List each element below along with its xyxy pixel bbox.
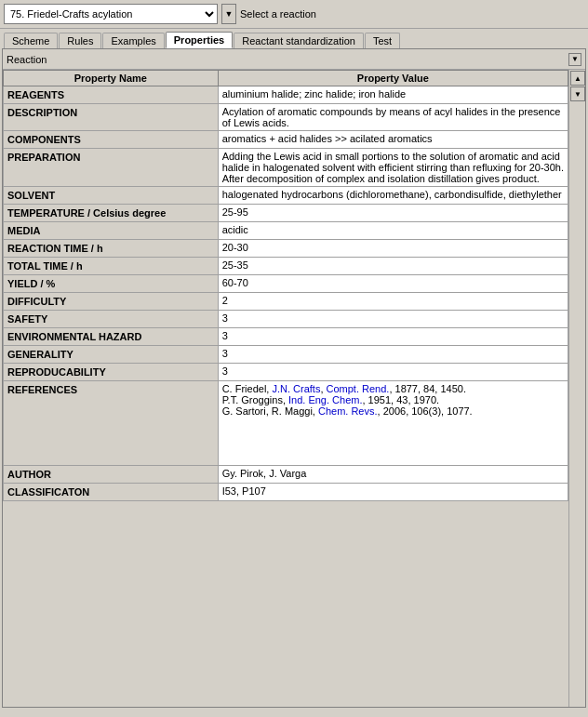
property-value: Adding the Lewis acid in small portions … — [218, 149, 568, 187]
property-value-text: 3 — [219, 346, 568, 363]
reaction-subheader-label: Reaction — [7, 54, 47, 65]
table-row: AUTHORGy. Pirok, J. Varga — [4, 466, 568, 484]
property-name: YIELD / % — [4, 275, 219, 293]
top-bar: 75. Friedel-Crafts acylation ▼ Select a … — [0, 0, 588, 29]
property-value-text: halogenated hydrocarbons (dichloromethan… — [219, 187, 568, 204]
nav-dropdown-btn[interactable]: ▼ — [221, 4, 236, 24]
subheader-dropdown-btn[interactable]: ▼ — [568, 53, 581, 66]
table-row: REFERENCESC. Friedel, J.N. Crafts, Compt… — [4, 381, 568, 466]
property-value: I53, P107 — [218, 484, 568, 501]
property-value: 60-70 — [218, 275, 568, 293]
property-name: GENERALITY — [4, 346, 219, 364]
content-area: Reaction ▼ Property Name Property Value … — [2, 48, 586, 708]
table-row: COMPONENTSaromatics + acid halides >> ac… — [4, 131, 568, 149]
tab-scheme[interactable]: Scheme — [4, 33, 58, 48]
property-value: 3 — [218, 311, 568, 328]
property-name: SAFETY — [4, 311, 219, 328]
property-name: REACTION TIME / h — [4, 240, 219, 258]
property-value-text: aluminium halide; zinc halide; iron hali… — [219, 86, 568, 103]
property-name: COMPONENTS — [4, 131, 219, 149]
tab-examples[interactable]: Examples — [102, 33, 164, 48]
scroll-down-btn[interactable]: ▼ — [570, 86, 585, 101]
property-name: DIFFICULTY — [4, 293, 219, 311]
reaction-select[interactable]: 75. Friedel-Crafts acylation — [4, 4, 218, 24]
table-row: TEMPERATURE / Celsius degree25-95 — [4, 205, 568, 222]
property-value-text: 3 — [219, 328, 568, 345]
property-value-text: 20-30 — [219, 240, 568, 257]
property-value: 25-95 — [218, 205, 568, 222]
table-row: PREPARATIONAdding the Lewis acid in smal… — [4, 149, 568, 187]
property-value: halogenated hydrocarbons (dichloromethan… — [218, 187, 568, 205]
property-name: REFERENCES — [4, 381, 219, 466]
table-row: DIFFICULTY2 — [4, 293, 568, 311]
property-value-text: 3 — [219, 364, 568, 380]
tab-reactant-standardization[interactable]: Reactant standardization — [234, 33, 364, 48]
property-name: TOTAL TIME / h — [4, 258, 219, 275]
tab-rules[interactable]: Rules — [59, 33, 101, 48]
select-reaction-label: Select a reaction — [240, 8, 316, 20]
property-value-text: I53, P107 — [219, 484, 568, 500]
property-value-text: 2 — [219, 293, 568, 310]
table-row: DESCRIPTIONAcylation of aromatic compoun… — [4, 104, 568, 131]
property-value: aromatics + acid halides >> acilated aro… — [218, 131, 568, 149]
property-value: 20-30 — [218, 240, 568, 258]
table-row: SAFETY3 — [4, 311, 568, 328]
property-name: DESCRIPTION — [4, 104, 219, 131]
property-name: AUTHOR — [4, 466, 219, 484]
side-buttons: ▲ ▼ — [568, 70, 585, 707]
property-value-text: 3 — [219, 311, 568, 327]
property-value-text: Gy. Pirok, J. Varga — [219, 466, 568, 483]
col-header-name: Property Name — [4, 71, 219, 86]
tabs-bar: Scheme Rules Examples Properties Reactan… — [0, 29, 588, 48]
property-value: 3 — [218, 346, 568, 364]
property-value: 3 — [218, 364, 568, 381]
property-name: MEDIA — [4, 222, 219, 240]
property-value: 2 — [218, 293, 568, 311]
property-value-text: acidic — [219, 222, 568, 239]
property-value-text: aromatics + acid halides >> acilated aro… — [219, 131, 568, 148]
property-value: Acylation of aromatic compounds by means… — [218, 104, 568, 131]
property-name: PREPARATION — [4, 149, 219, 187]
property-value: C. Friedel, J.N. Crafts, Compt. Rend., 1… — [218, 381, 568, 466]
tab-properties[interactable]: Properties — [166, 32, 233, 48]
col-header-value: Property Value — [218, 71, 568, 86]
property-value: 25-35 — [218, 258, 568, 275]
property-name: TEMPERATURE / Celsius degree — [4, 205, 219, 222]
main-table-container[interactable]: Property Name Property Value REAGENTSalu… — [3, 70, 568, 707]
property-name: CLASSIFICATON — [4, 484, 219, 501]
tab-test[interactable]: Test — [365, 33, 400, 48]
table-row: CLASSIFICATONI53, P107 — [4, 484, 568, 501]
table-row: REAGENTSaluminium halide; zinc halide; i… — [4, 86, 568, 104]
table-row: SOLVENThalogenated hydrocarbons (dichlor… — [4, 187, 568, 205]
property-name: REAGENTS — [4, 86, 219, 104]
properties-table: Property Name Property Value REAGENTSalu… — [3, 70, 568, 501]
property-name: SOLVENT — [4, 187, 219, 205]
property-value-text: Acylation of aromatic compounds by means… — [219, 104, 568, 130]
property-value-text: 25-95 — [219, 205, 568, 221]
property-value: 3 — [218, 328, 568, 346]
table-row: ENVIRONMENTAL HAZARD3 — [4, 328, 568, 346]
property-name: REPRODUCABILITY — [4, 364, 219, 381]
property-value-text: Adding the Lewis acid in small portions … — [219, 149, 568, 186]
table-row: YIELD / %60-70 — [4, 275, 568, 293]
property-value: Gy. Pirok, J. Varga — [218, 466, 568, 484]
property-value-text: 25-35 — [219, 258, 568, 274]
property-name: ENVIRONMENTAL HAZARD — [4, 328, 219, 346]
table-row: REACTION TIME / h20-30 — [4, 240, 568, 258]
table-wrapper: Property Name Property Value REAGENTSalu… — [3, 70, 585, 707]
reaction-subheader: Reaction ▼ — [3, 49, 585, 70]
table-row: GENERALITY3 — [4, 346, 568, 364]
property-value: aluminium halide; zinc halide; iron hali… — [218, 86, 568, 104]
references-value[interactable]: C. Friedel, J.N. Crafts, Compt. Rend., 1… — [219, 381, 568, 465]
table-row: REPRODUCABILITY3 — [4, 364, 568, 381]
table-row: TOTAL TIME / h25-35 — [4, 258, 568, 275]
property-value-text: 60-70 — [219, 275, 568, 292]
table-row: MEDIAacidic — [4, 222, 568, 240]
property-value: acidic — [218, 222, 568, 240]
scroll-up-btn[interactable]: ▲ — [570, 71, 585, 86]
